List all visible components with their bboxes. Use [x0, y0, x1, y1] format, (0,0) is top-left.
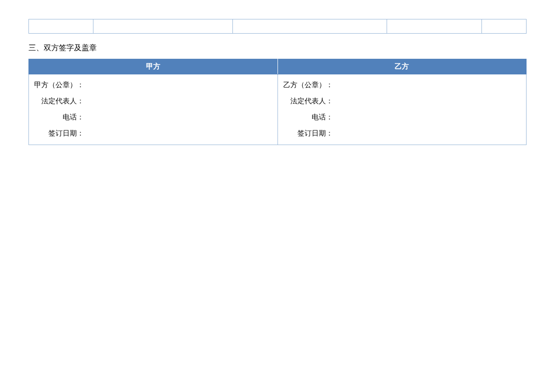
field-value: [84, 79, 274, 91]
top-empty-table: [28, 19, 527, 34]
field-representative: 法定代表人：: [33, 95, 274, 107]
field-phone: 电话：: [33, 111, 274, 123]
table-row: [29, 19, 527, 34]
field-value: [84, 128, 274, 139]
table-row: 甲方（公章）： 法定代表人： 电话： 签订日期： 乙方（公章: [29, 74, 527, 145]
field-label: 电话：: [282, 111, 333, 123]
field-label: 电话：: [33, 111, 84, 123]
party-b-cell: 乙方（公章）： 法定代表人： 电话： 签订日期：: [278, 74, 527, 145]
header-party-a: 甲方: [29, 59, 278, 74]
field-seal: 甲方（公章）：: [33, 79, 274, 91]
table-cell: [233, 19, 387, 34]
party-a-cell: 甲方（公章）： 法定代表人： 电话： 签订日期：: [29, 74, 278, 145]
table-cell: [93, 19, 233, 34]
field-value: [333, 79, 523, 91]
field-date: 签订日期：: [282, 128, 523, 139]
field-value: [333, 111, 523, 123]
field-date: 签订日期：: [33, 128, 274, 139]
field-label: 法定代表人：: [33, 95, 84, 107]
section-title: 三、双方签字及盖章: [28, 43, 527, 53]
field-value: [333, 95, 523, 107]
table-cell: [387, 19, 481, 34]
field-representative: 法定代表人：: [282, 95, 523, 107]
table-cell: [481, 19, 526, 34]
field-phone: 电话：: [282, 111, 523, 123]
field-seal: 乙方（公章）：: [282, 79, 523, 91]
field-label: 甲方（公章）：: [33, 79, 84, 91]
field-label: 法定代表人：: [282, 95, 333, 107]
table-cell: [29, 19, 93, 34]
signature-table: 甲方 乙方 甲方（公章）： 法定代表人： 电话： 签订日期：: [28, 59, 527, 145]
field-label: 签订日期：: [282, 128, 333, 139]
field-label: 乙方（公章）：: [282, 79, 333, 91]
field-value: [84, 95, 274, 107]
field-label: 签订日期：: [33, 128, 84, 139]
field-value: [84, 111, 274, 123]
field-value: [333, 128, 523, 139]
header-party-b: 乙方: [278, 59, 527, 74]
table-header-row: 甲方 乙方: [29, 59, 527, 74]
